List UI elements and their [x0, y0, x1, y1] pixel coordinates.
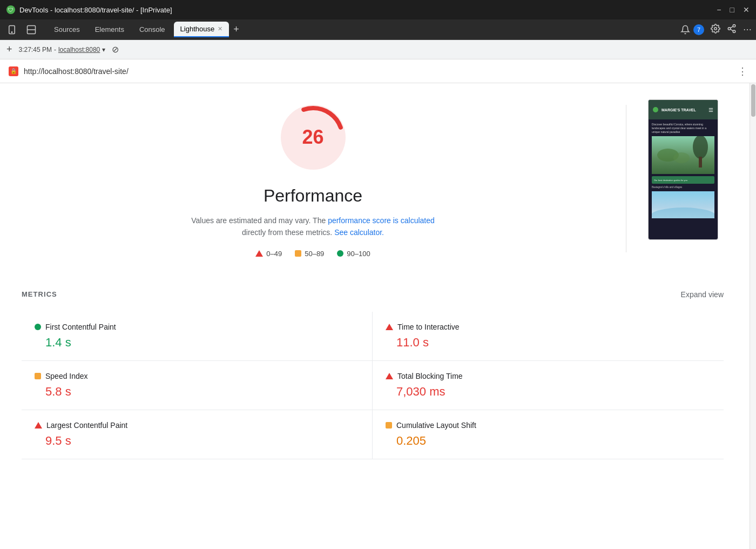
subcaption-text: Bastagne's hills and villages — [652, 186, 714, 189]
cls-indicator — [386, 422, 392, 429]
screenshot-area: MARGIE'S TRAVEL ☰ Discover beautiful Cor… — [648, 99, 724, 240]
tab-elements[interactable]: Elements — [89, 22, 131, 37]
scrollbar[interactable] — [750, 83, 756, 549]
site-title: MARGIE'S TRAVEL — [662, 108, 696, 112]
performance-score-link[interactable]: performance score is calculated — [328, 216, 435, 225]
fcp-indicator-green — [35, 324, 41, 330]
restore-button[interactable]: □ — [730, 5, 734, 14]
timestamp: 3:27:45 PM — [19, 46, 52, 53]
good-range: 90–100 — [347, 250, 370, 258]
si-indicator-orange — [35, 373, 41, 379]
si-value: 5.8 s — [45, 385, 359, 399]
si-indicator — [35, 373, 41, 379]
share-icon[interactable] — [727, 24, 737, 36]
lcp-name: Largest Contentful Paint — [46, 421, 127, 430]
more-icon[interactable]: ⋯ — [743, 24, 752, 35]
tbt-value: 7,030 ms — [396, 385, 711, 399]
green-bar: Our best destination guides for you — [652, 176, 714, 184]
metric-lcp: Largest Contentful Paint 9.5 s — [22, 410, 373, 459]
fcp-indicator — [35, 324, 41, 330]
cls-name: Cumulative Layout Shift — [396, 421, 476, 430]
lighthouse-content: 26 Performance Values are estimated and … — [0, 83, 745, 549]
new-tab-button[interactable]: + — [6, 44, 12, 55]
metric-tti: Time to Interactive 11.0 s — [373, 312, 724, 361]
legend-needs-improvement: 50–89 — [295, 250, 324, 258]
needs-improvement-indicator — [295, 250, 301, 257]
performance-section: 26 Performance Values are estimated and … — [22, 99, 724, 258]
caption-text: Our best destination guides for you — [654, 179, 687, 182]
favicon: 🔒 — [9, 66, 18, 76]
tab-bar: Sources Elements Console Lighthouse ✕ + … — [0, 19, 756, 40]
site-tagline: Discover beautiful Corsica, where stunni… — [652, 123, 714, 134]
screenshot-header: MARGIE'S TRAVEL ☰ — [649, 100, 718, 119]
main-content: 26 Performance Values are estimated and … — [0, 83, 756, 549]
svg-point-16 — [673, 152, 690, 163]
metrics-label: METRICS — [22, 290, 57, 298]
expand-view-button[interactable]: Expand view — [681, 290, 724, 299]
add-tab-button[interactable]: + — [233, 24, 239, 35]
lcp-indicator-red — [35, 422, 42, 429]
good-indicator — [337, 250, 343, 257]
tab-sources-label: Sources — [54, 25, 80, 34]
url-text[interactable]: http://localhost:8080/travel-site/ — [24, 67, 732, 76]
tab-close-icon[interactable]: ✕ — [218, 25, 222, 32]
svg-line-8 — [730, 29, 733, 31]
cls-value: 0.205 — [396, 434, 711, 448]
lcp-value: 9.5 s — [45, 434, 359, 448]
tbt-indicator-red — [386, 373, 393, 379]
tab-console[interactable]: Console — [133, 22, 172, 37]
hero-image — [652, 136, 714, 174]
tti-indicator-red — [386, 324, 393, 330]
window-title: DevTools - localhost:8080/travel-site/ -… — [19, 6, 172, 14]
stop-icon[interactable]: ⊘ — [112, 44, 119, 55]
tbt-indicator — [386, 373, 393, 379]
si-name: Speed Index — [45, 372, 88, 380]
performance-title: Performance — [264, 186, 362, 206]
vertical-divider — [626, 105, 626, 252]
url-bar: 🔒 http://localhost:8080/travel-site/ ⋮ — [0, 59, 756, 83]
site-logo — [653, 107, 658, 112]
svg-point-4 — [714, 27, 717, 30]
svg-point-1 — [11, 31, 12, 32]
needs-improvement-range: 50–89 — [305, 250, 324, 258]
tab-lighthouse[interactable]: Lighthouse ✕ — [174, 22, 230, 37]
legend-poor: 0–49 — [255, 250, 282, 258]
hamburger-icon: ☰ — [708, 107, 713, 113]
tab-elements-label: Elements — [95, 25, 124, 34]
address-dropdown-icon[interactable]: ▾ — [102, 46, 105, 53]
dock-icon[interactable] — [24, 22, 39, 37]
address-host[interactable]: localhost:8080 — [58, 46, 100, 53]
svg-rect-14 — [699, 157, 702, 168]
performance-gauge: 26 — [275, 99, 351, 175]
lcp-indicator — [35, 422, 42, 429]
metrics-section: METRICS Expand view First Contentful Pai… — [22, 290, 724, 459]
perf-desc-text2: directly from these metrics. — [242, 228, 334, 237]
tab-sources[interactable]: Sources — [48, 22, 86, 37]
metrics-header: METRICS Expand view — [22, 290, 724, 299]
metric-fcp: First Contentful Paint 1.4 s — [22, 312, 373, 361]
close-button[interactable]: ✕ — [743, 5, 750, 14]
performance-score: 26 — [302, 126, 323, 149]
devtools-icon: 🛡 — [6, 5, 15, 14]
metric-si: Speed Index 5.8 s — [22, 361, 373, 410]
metric-tbt: Total Blocking Time 7,030 ms — [373, 361, 724, 410]
calculator-link[interactable]: See calculator. — [334, 228, 384, 237]
url-bar-more-icon[interactable]: ⋮ — [738, 65, 747, 77]
svg-point-7 — [733, 30, 735, 33]
minimize-button[interactable]: − — [717, 5, 721, 14]
metrics-grid: First Contentful Paint 1.4 s Time to Int… — [22, 312, 724, 459]
scrollbar-thumb[interactable] — [751, 84, 755, 117]
legend-good: 90–100 — [337, 250, 370, 258]
device-emulation-icon[interactable] — [4, 22, 19, 37]
bottom-image — [652, 191, 714, 218]
settings-icon[interactable] — [711, 24, 720, 36]
performance-description: Values are estimated and may vary. The p… — [184, 215, 443, 239]
svg-point-5 — [733, 24, 735, 27]
address-separator: - — [54, 46, 56, 53]
cls-indicator-orange — [386, 422, 392, 429]
metric-cls: Cumulative Layout Shift 0.205 — [373, 410, 724, 459]
fcp-name: First Contentful Paint — [45, 323, 116, 331]
notifications-badge[interactable]: 7 — [693, 24, 704, 35]
title-bar: 🛡 DevTools - localhost:8080/travel-site/… — [0, 0, 756, 19]
tab-console-label: Console — [139, 25, 165, 34]
